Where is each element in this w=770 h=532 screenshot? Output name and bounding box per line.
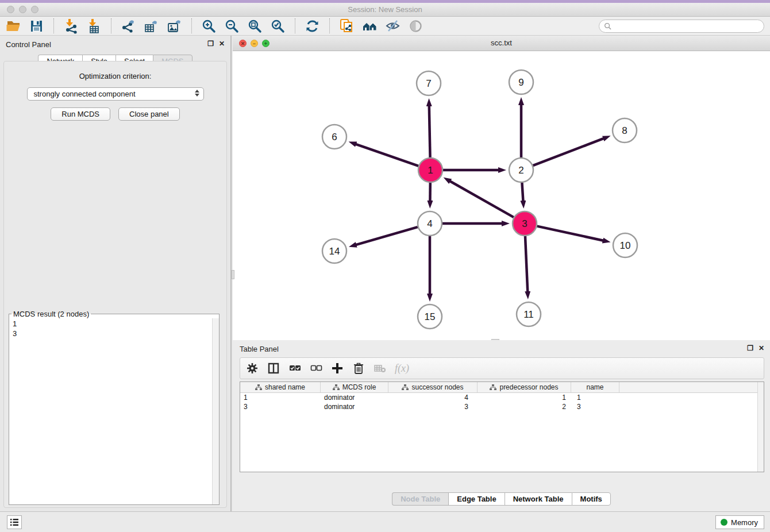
column-type-icon [402,384,409,391]
memory-status-icon [721,519,727,526]
close-window-icon[interactable] [7,6,14,13]
node-table[interactable]: shared nameMCDS rolesuccessor nodesprede… [240,381,764,472]
network-close-icon[interactable]: ✕ [239,40,247,47]
table-cell[interactable]: 1 [240,393,321,402]
task-history-button[interactable] [7,515,22,529]
table-cell[interactable]: 1 [571,393,619,402]
graph-node-label: 14 [329,246,340,257]
select-chevrons-icon [195,90,199,97]
graph-node-label: 11 [523,309,534,320]
mcds-result-title: MCDS result (2 nodes) [11,310,91,318]
refresh-icon[interactable] [305,18,320,34]
tab-edge-table[interactable]: Edge Table [448,492,504,506]
table-cell[interactable]: 3 [388,402,478,411]
mcds-result-list[interactable]: 13 [9,318,219,339]
table-toolbar: f(x) [240,357,764,379]
function-builder-icon: f(x) [395,363,409,375]
window-controls [7,6,38,13]
graph-edge-1-7[interactable] [429,106,430,157]
select-all-icon[interactable] [288,362,301,375]
control-panel: Control Panel ❐ ✕ NetworkStyleSelectMCDS… [0,36,232,511]
status-bar: Memory [0,511,770,532]
table-row[interactable]: 3dominator323 [240,402,764,411]
close-panel-icon[interactable]: ✕ [759,344,764,352]
show-graphics-details-icon [408,18,424,34]
export-table-icon[interactable] [144,18,159,34]
graph-edge-4-14[interactable] [356,227,417,245]
search-input[interactable] [614,22,759,30]
import-table-icon[interactable] [86,18,102,34]
export-network-icon[interactable] [121,18,136,34]
home-icon[interactable] [362,18,378,34]
app-titlebar: Session: New Session [0,3,770,17]
open-session-icon[interactable] [6,18,21,34]
graph-edge-3-11[interactable] [525,236,528,292]
toolbar-separator [53,18,54,33]
table-cell[interactable]: dominator [321,393,388,402]
memory-label: Memory [731,518,758,527]
window-title: Session: New Session [0,3,770,17]
deselect-all-icon[interactable] [310,362,322,375]
memory-button[interactable]: Memory [715,515,764,529]
delete-column-icon[interactable] [352,362,365,375]
zoom-fit-icon[interactable] [247,18,263,34]
tab-network-table[interactable]: Network Table [505,492,572,506]
zoom-selected-icon[interactable] [270,18,286,34]
new-network-from-selection-icon[interactable] [339,18,355,34]
table-cell[interactable]: 3 [240,402,321,411]
graph-edge-1-6[interactable] [356,144,418,166]
table-scrollbar[interactable] [757,382,764,472]
add-column-icon[interactable] [331,362,344,375]
column-header-shared-name[interactable]: shared name [240,382,321,392]
table-panel: Table Panel ❐ ✕ [233,340,770,511]
graph-node-label: 6 [332,132,337,142]
close-panel-button[interactable]: Close panel [118,107,180,121]
splitter-handle[interactable] [232,270,234,279]
graph-edge-2-3[interactable] [522,183,523,201]
tab-node-table[interactable]: Node Table [392,492,448,506]
column-header-mcds-role[interactable]: MCDS role [321,382,388,392]
network-minimize-icon[interactable]: − [251,40,258,47]
column-header-predecessor-nodes[interactable]: predecessor nodes [478,382,571,392]
graph-node-label: 7 [426,78,431,89]
control-panel-title: Control Panel [6,40,51,49]
table-cell[interactable]: 4 [388,393,478,402]
result-scrollbar[interactable] [212,318,219,504]
network-canvas[interactable]: 7968124314101511 [233,51,770,340]
table-cell[interactable]: 3 [571,402,619,411]
hide-graphics-details-icon[interactable] [385,18,401,34]
column-label: name [586,383,603,391]
network-window-titlebar[interactable]: ✕ − + scc.txt [233,36,770,51]
close-panel-icon[interactable]: ✕ [219,40,225,48]
table-header-row: shared nameMCDS rolesuccessor nodesprede… [240,382,764,393]
graph-node-label: 10 [620,240,631,251]
column-header-name[interactable]: name [571,382,619,392]
export-image-icon[interactable] [167,18,182,34]
zoom-in-icon[interactable] [201,18,217,34]
network-graph[interactable]: 7968124314101511 [233,51,770,340]
graph-node-label: 1 [428,165,433,176]
graph-edge-2-8[interactable] [533,138,604,165]
graph-edge-3-1[interactable] [450,181,514,217]
maximize-window-icon[interactable] [31,6,38,13]
network-maximize-icon[interactable]: + [262,40,270,47]
table-row[interactable]: 1dominator411 [240,393,764,402]
save-session-icon[interactable] [29,18,44,34]
toggle-column-icon[interactable] [267,362,280,375]
table-cell[interactable]: 2 [478,402,571,411]
table-cell[interactable]: 1 [478,393,571,402]
column-label: predecessor nodes [499,383,558,391]
search-box[interactable] [599,20,764,33]
float-panel-icon[interactable]: ❐ [747,344,753,352]
settings-icon[interactable] [246,362,259,375]
run-mcds-button[interactable]: Run MCDS [51,107,110,121]
graph-edge-3-10[interactable] [537,226,603,241]
zoom-out-icon[interactable] [224,18,240,34]
import-network-icon[interactable] [63,18,79,34]
column-header-successor-nodes[interactable]: successor nodes [388,382,478,392]
table-cell[interactable]: dominator [321,402,388,411]
tab-motifs[interactable]: Motifs [572,492,611,506]
minimize-window-icon[interactable] [19,6,26,13]
criterion-select[interactable]: strongly connected component [27,87,204,101]
float-panel-icon[interactable]: ❐ [207,40,214,48]
